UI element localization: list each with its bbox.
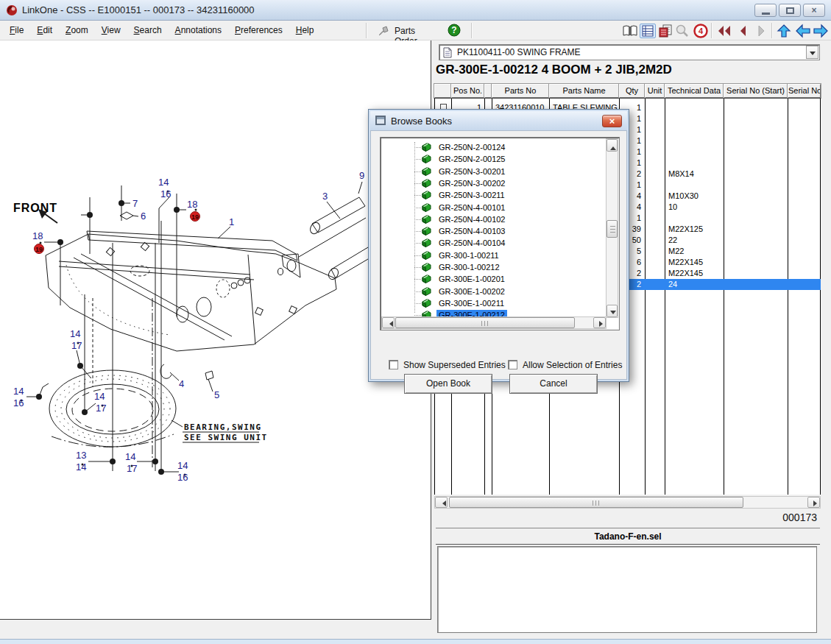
book-item[interactable]: GR-250N-4-00103 bbox=[381, 225, 601, 237]
scroll-down-button[interactable] bbox=[607, 305, 618, 317]
column-header[interactable]: Unit bbox=[645, 84, 665, 98]
scroll-thumb[interactable] bbox=[607, 220, 618, 238]
help-icon[interactable]: ? bbox=[448, 24, 461, 37]
svg-text:?: ? bbox=[451, 25, 456, 35]
book-icon bbox=[421, 214, 432, 224]
column-header[interactable]: Parts Name bbox=[549, 84, 619, 98]
callout-label[interactable]: 17 bbox=[71, 340, 82, 351]
open-book-button[interactable]: Open Book bbox=[404, 374, 492, 394]
book-item[interactable]: GR-300E-1-00211 bbox=[381, 297, 601, 309]
scroll-thumb[interactable] bbox=[395, 317, 575, 328]
book-item[interactable]: GR-250N-2-00124 bbox=[381, 141, 601, 153]
menu-search[interactable]: Search bbox=[127, 21, 169, 35]
callout-label[interactable]: 14 bbox=[76, 461, 86, 473]
previous-page-icon[interactable] bbox=[736, 24, 752, 38]
menu-help[interactable]: Help bbox=[289, 21, 321, 35]
column-header[interactable]: Parts No bbox=[492, 84, 549, 98]
menu-edit[interactable]: Edit bbox=[30, 21, 59, 35]
callout-label[interactable]: 17 bbox=[127, 463, 137, 474]
callout-label[interactable]: 5 bbox=[214, 389, 219, 400]
callout-label[interactable]: 16 bbox=[160, 188, 171, 199]
selection-list-box[interactable] bbox=[437, 546, 817, 633]
parts-list-view-icon[interactable] bbox=[640, 24, 656, 38]
callout-label[interactable]: 6 bbox=[141, 210, 146, 222]
book-item[interactable]: GR-250N-4-00101 bbox=[381, 202, 601, 213]
callout-label[interactable]: 3 bbox=[322, 191, 328, 202]
order-count-badge[interactable]: 4 bbox=[693, 24, 709, 38]
column-header[interactable]: Serial No (Start) bbox=[724, 84, 788, 98]
callout-label[interactable]: 14 bbox=[125, 451, 135, 462]
navigate-back-icon[interactable] bbox=[795, 24, 811, 38]
allow-selection-checkbox[interactable] bbox=[508, 360, 517, 369]
callout-label[interactable]: 9 bbox=[359, 170, 364, 181]
column-header[interactable]: Qty bbox=[619, 84, 645, 98]
book-selector[interactable]: PK1100411-00 SWING FRAME bbox=[439, 44, 820, 60]
scroll-right-button[interactable] bbox=[593, 317, 606, 328]
scroll-left-button[interactable] bbox=[382, 317, 395, 328]
book-list[interactable]: GR-250N-2-00124GR-250N-2-00125GR-250N-3-… bbox=[380, 137, 620, 330]
callout-label[interactable]: 18 bbox=[187, 199, 197, 210]
callout-label[interactable]: 14 bbox=[13, 386, 24, 397]
column-header[interactable] bbox=[434, 84, 451, 98]
book-item[interactable]: GR-250N-3-00211 bbox=[381, 189, 601, 201]
callout-label[interactable]: 17 bbox=[96, 403, 106, 414]
callout-label[interactable]: 18 bbox=[32, 230, 43, 241]
scroll-up-button[interactable] bbox=[607, 139, 618, 152]
bearing-note: BEARING,SWING SEE SWING UNIT bbox=[183, 422, 268, 442]
book-item[interactable]: GR-250N-2-00125 bbox=[381, 153, 601, 165]
menu-preferences[interactable]: Preferences bbox=[228, 21, 289, 35]
callout-label[interactable]: 14 bbox=[94, 391, 105, 402]
red-callout-badge[interactable]: 19 bbox=[35, 244, 44, 254]
book-item[interactable]: GR-250N-3-00202 bbox=[381, 177, 601, 189]
list-vscrollbar[interactable] bbox=[606, 138, 618, 318]
menu-zoom[interactable]: Zoom bbox=[59, 21, 95, 35]
navigate-forward-icon[interactable] bbox=[813, 24, 829, 38]
callout-label[interactable]: 4 bbox=[179, 378, 184, 389]
column-header[interactable]: Technical Data bbox=[665, 84, 724, 98]
menu-annotations[interactable]: Annotations bbox=[169, 21, 228, 35]
cancel-button[interactable]: Cancel bbox=[509, 374, 598, 394]
close-button[interactable]: × bbox=[803, 4, 825, 17]
book-item[interactable]: GR-250N-3-00201 bbox=[381, 166, 601, 177]
red-callout-badge[interactable]: 19 bbox=[191, 212, 200, 222]
first-page-icon[interactable] bbox=[715, 24, 732, 38]
menu-file[interactable]: File bbox=[3, 21, 30, 35]
book-item[interactable]: GR-300-1-00212 bbox=[381, 261, 601, 273]
book-item[interactable]: GR-300E-1-00201 bbox=[381, 273, 601, 285]
scroll-thumb[interactable] bbox=[449, 497, 743, 508]
list-hscrollbar[interactable] bbox=[381, 316, 607, 329]
table-hscrollbar[interactable] bbox=[434, 496, 821, 509]
dialog-close-button[interactable]: × bbox=[602, 115, 622, 127]
navigate-up-icon[interactable] bbox=[776, 24, 792, 38]
scroll-left-button[interactable] bbox=[435, 497, 448, 508]
show-superseded-checkbox[interactable] bbox=[389, 360, 398, 369]
minimize-button[interactable] bbox=[754, 4, 777, 17]
callout-label[interactable]: 7 bbox=[132, 198, 138, 209]
book-item[interactable]: GR-300E-1-00202 bbox=[381, 286, 601, 297]
dialog-titlebar[interactable]: Browse Books × bbox=[370, 111, 627, 130]
table-cell bbox=[646, 169, 665, 180]
table-cell: M22X145 bbox=[665, 257, 724, 268]
book-item[interactable]: GR-300-1-00211 bbox=[381, 250, 601, 261]
scroll-right-button[interactable] bbox=[807, 497, 820, 508]
table-cell bbox=[646, 180, 665, 191]
column-header[interactable]: Serial No bbox=[788, 84, 821, 98]
graphics-view-icon[interactable] bbox=[622, 24, 638, 38]
maximize-button[interactable] bbox=[779, 4, 801, 17]
callout-label[interactable]: 14 bbox=[158, 177, 169, 188]
dropdown-arrow[interactable] bbox=[806, 46, 818, 59]
book-item[interactable]: GR-250N-4-00104 bbox=[381, 237, 601, 249]
menu-view[interactable]: View bbox=[95, 21, 127, 35]
table-cell: 22 bbox=[665, 235, 724, 246]
callout-label[interactable]: 14 bbox=[177, 460, 188, 471]
callout-label[interactable]: 16 bbox=[13, 397, 24, 408]
callout-label[interactable]: 13 bbox=[76, 450, 86, 461]
column-header[interactable]: Pos No. bbox=[451, 84, 484, 98]
book-item[interactable]: GR-250N-4-00102 bbox=[381, 213, 601, 225]
column-header[interactable] bbox=[484, 84, 492, 98]
callout-label[interactable]: 16 bbox=[177, 472, 188, 483]
book-item-label: GR-250N-4-00102 bbox=[436, 214, 508, 224]
graphics-and-list-icon[interactable] bbox=[657, 24, 673, 38]
callout-label[interactable]: 1 bbox=[229, 216, 234, 227]
callout-label[interactable]: 14 bbox=[70, 328, 80, 339]
